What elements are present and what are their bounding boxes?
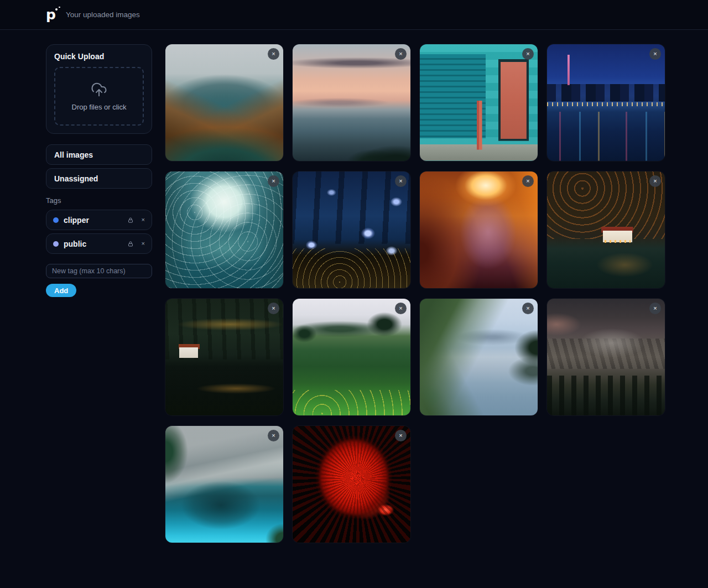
image-tile-dark-lake-house[interactable]: ×: [165, 299, 283, 415]
tag-name: clipper: [64, 216, 127, 225]
image-tile-red-betta-fish[interactable]: ×: [293, 426, 410, 543]
app-header: p Your uploaded images: [0, 0, 708, 30]
close-icon[interactable]: ×: [395, 175, 407, 187]
close-icon[interactable]: ×: [268, 430, 279, 441]
image-tile-toronto-night-skyline[interactable]: ×: [547, 44, 665, 161]
image-tile-turquoise-alpine-lake[interactable]: ×: [165, 426, 283, 543]
logo-dot: [55, 8, 58, 11]
close-icon[interactable]: ×: [268, 48, 279, 60]
remove-tag-icon[interactable]: ×: [142, 217, 145, 223]
close-icon[interactable]: ×: [395, 303, 407, 314]
close-icon[interactable]: ×: [522, 48, 534, 60]
image-tile-lakeside-house-autumn[interactable]: ×: [547, 171, 665, 288]
upload-dropzone[interactable]: Drop files or click: [54, 67, 144, 126]
app-logo[interactable]: p: [46, 7, 60, 23]
image-tile-rainy-window-street[interactable]: ×: [165, 171, 283, 288]
upload-cloud-icon: [89, 81, 109, 98]
image-tile-green-hills[interactable]: ×: [293, 299, 410, 415]
image-tile-mirror-lake-forest[interactable]: ×: [420, 299, 538, 415]
lock-icon[interactable]: [127, 217, 134, 223]
image-tile-sunset-ridges[interactable]: ×: [293, 44, 410, 161]
quick-upload-title: Quick Upload: [54, 52, 144, 61]
image-tile-autumn-mountain-valley[interactable]: ×: [165, 44, 283, 161]
lock-icon[interactable]: [127, 241, 134, 247]
dropzone-label: Drop files or click: [72, 103, 127, 111]
remove-tag-icon[interactable]: ×: [142, 241, 145, 247]
sidebar: Quick Upload Drop files or click All ima…: [46, 44, 152, 297]
tags-section-label: Tags: [46, 196, 152, 205]
close-icon[interactable]: ×: [522, 175, 534, 187]
close-icon[interactable]: ×: [395, 48, 407, 60]
logo-letter: p: [46, 7, 56, 23]
close-icon[interactable]: ×: [522, 303, 534, 314]
logo-dot-small: [59, 7, 60, 8]
tag-color-dot: [53, 217, 59, 223]
image-tile-teal-garage-doors[interactable]: ×: [420, 44, 538, 161]
tag-clipper[interactable]: clipper ×: [46, 210, 152, 230]
image-tile-moody-mountains[interactable]: ×: [547, 299, 665, 415]
close-icon[interactable]: ×: [649, 175, 661, 187]
new-tag-input[interactable]: [46, 264, 152, 278]
add-tag-button[interactable]: Add: [46, 284, 76, 297]
image-tile-antelope-canyon[interactable]: ×: [420, 171, 538, 288]
quick-upload-card: Quick Upload Drop files or click: [46, 44, 152, 134]
close-icon[interactable]: ×: [649, 303, 661, 314]
filter-all-images[interactable]: All images: [46, 144, 152, 165]
close-icon[interactable]: ×: [395, 430, 407, 441]
close-icon[interactable]: ×: [268, 303, 279, 314]
image-grid: × × × × × × × × × × × × × ×: [165, 44, 665, 543]
close-icon[interactable]: ×: [649, 48, 661, 60]
image-tile-blue-butterflies[interactable]: ×: [293, 171, 410, 288]
tag-name: public: [64, 240, 127, 248]
tag-color-dot: [53, 241, 59, 247]
filter-unassigned[interactable]: Unassigned: [46, 168, 152, 189]
tag-public[interactable]: public ×: [46, 233, 152, 254]
page-title: Your uploaded images: [66, 11, 140, 19]
close-icon[interactable]: ×: [268, 175, 279, 187]
